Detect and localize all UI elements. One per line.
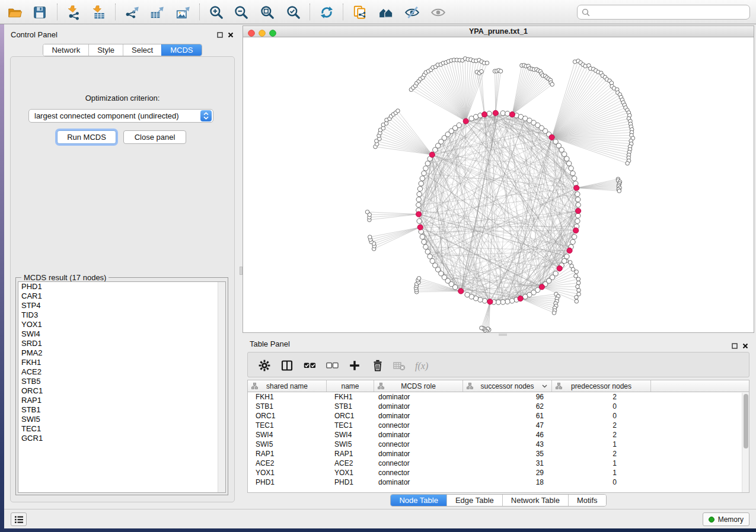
cell-predecessor-nodes: 0 <box>552 478 651 486</box>
dominator-node[interactable] <box>573 227 579 233</box>
select-all-rows-icon[interactable] <box>301 357 318 374</box>
mcds-result-item[interactable]: STB1 <box>18 405 225 415</box>
zoom-out-icon[interactable] <box>231 2 251 23</box>
close-panel-icon[interactable] <box>228 30 234 40</box>
float-panel-icon[interactable] <box>732 341 738 351</box>
table-row[interactable]: TEC1TEC1connector472 <box>248 421 749 430</box>
dominator-node[interactable] <box>576 208 581 213</box>
dominator-node[interactable] <box>487 299 493 305</box>
mcds-result-item[interactable]: TID3 <box>18 310 225 320</box>
import-network-icon[interactable] <box>64 2 84 23</box>
zoom-fit-icon[interactable] <box>257 2 277 23</box>
mcds-result-item[interactable]: PHD1 <box>18 282 225 291</box>
tab-motifs[interactable]: Motifs <box>568 495 606 506</box>
mcds-result-item[interactable]: TEC1 <box>18 424 225 434</box>
show-panels-button[interactable] <box>11 512 27 526</box>
new-network-from-selection-icon[interactable] <box>350 2 370 23</box>
show-columns-icon[interactable] <box>279 357 295 374</box>
export-table-icon[interactable] <box>147 2 167 23</box>
mcds-result-list[interactable]: PHD1CAR1STP4TID3YOX1SWI4SRD1PMA2FKH1ACE2… <box>18 281 226 493</box>
add-column-icon[interactable] <box>346 357 363 374</box>
tab-select[interactable]: Select <box>123 44 161 56</box>
dominator-node[interactable] <box>539 284 544 290</box>
table-row[interactable]: RAP1RAP1dominator352 <box>248 449 749 459</box>
cell-MCDS-role: dominator <box>374 431 463 439</box>
table-row[interactable]: YOX1YOX1connector291 <box>248 468 749 477</box>
table-row[interactable]: PHD1PHD1dominator180 <box>248 477 749 487</box>
mcds-result-title: MCDS result (17 nodes) <box>21 273 109 282</box>
mcds-result-item[interactable]: STB5 <box>18 377 225 386</box>
mcds-result-item[interactable]: SWI4 <box>18 329 225 339</box>
dominator-node[interactable] <box>416 211 422 217</box>
mcds-result-item[interactable]: GCR1 <box>18 434 225 443</box>
column-header-shared-name[interactable]: shared name <box>248 380 327 392</box>
mcds-result-item[interactable]: ACE2 <box>18 367 225 377</box>
cell-shared-name: PHD1 <box>248 478 327 486</box>
tab-edge-table[interactable]: Edge Table <box>446 495 502 506</box>
column-settings-gear-icon[interactable] <box>256 357 273 374</box>
zoom-in-icon[interactable] <box>206 2 227 23</box>
column-header-successor-nodes[interactable]: successor nodes <box>463 380 552 392</box>
mcds-result-item[interactable]: ORC1 <box>18 386 225 396</box>
table-row[interactable]: ORC1ORC1dominator610 <box>248 411 749 421</box>
search-input[interactable] <box>593 8 749 17</box>
cell-shared-name: STB1 <box>248 402 327 411</box>
mcds-result-item[interactable]: PMA2 <box>18 348 225 358</box>
criterion-select[interactable]: largest connected component (undirected) <box>28 109 213 123</box>
table-row[interactable]: STB1STB1dominator620 <box>248 402 749 411</box>
mcds-result-item[interactable]: YOX1 <box>18 320 225 329</box>
mcds-result-item[interactable]: SWI5 <box>18 415 225 424</box>
tab-network-table[interactable]: Network Table <box>502 495 568 506</box>
first-neighbors-icon[interactable] <box>376 2 396 23</box>
dominator-node[interactable] <box>509 112 515 117</box>
dominator-node[interactable] <box>417 225 423 230</box>
close-panel-button[interactable]: Close panel <box>123 130 186 144</box>
mcds-result-item[interactable]: CAR1 <box>18 291 225 301</box>
table-row[interactable]: SWI4SWI4dominator462 <box>248 430 749 440</box>
table-row[interactable]: ACE2ACE2connector311 <box>248 459 749 468</box>
dominator-node[interactable] <box>463 118 468 124</box>
table-row[interactable]: FKH1FKH1dominator962 <box>248 392 749 402</box>
mcds-result-item[interactable]: STP4 <box>18 301 225 310</box>
column-header-predecessor-nodes[interactable]: predecessor nodes <box>552 380 651 392</box>
dominator-node[interactable] <box>557 265 562 271</box>
network-canvas[interactable] <box>243 38 754 332</box>
dominator-node[interactable] <box>518 296 523 301</box>
tab-node-table[interactable]: Node Table <box>391 495 446 506</box>
mcds-result-item[interactable]: FKH1 <box>18 358 225 367</box>
delete-column-icon[interactable] <box>369 357 386 374</box>
hide-selected-icon[interactable] <box>402 2 422 23</box>
network-window-titlebar[interactable]: YPA_prune.txt_1 <box>243 26 754 37</box>
deselect-all-rows-icon[interactable] <box>324 357 340 374</box>
dominator-node[interactable] <box>567 248 572 253</box>
save-session-icon[interactable] <box>30 2 50 23</box>
export-network-icon[interactable] <box>122 2 142 23</box>
apply-layout-icon[interactable] <box>317 2 337 23</box>
run-mcds-button[interactable]: Run MCDS <box>57 130 116 144</box>
column-header-MCDS-role[interactable]: MCDS role <box>374 380 463 392</box>
table-row[interactable]: SWI5SWI5connector431 <box>248 440 749 449</box>
export-image-icon[interactable] <box>173 2 193 23</box>
mcds-list-scrollbar[interactable] <box>218 282 225 492</box>
zoom-selected-icon[interactable] <box>283 2 304 23</box>
float-panel-icon[interactable] <box>217 30 223 40</box>
dominator-node[interactable] <box>482 112 487 117</box>
cell-successor-nodes: 47 <box>463 421 552 430</box>
import-table-icon[interactable] <box>89 2 109 23</box>
tab-mcds[interactable]: MCDS <box>161 44 201 56</box>
memory-button[interactable]: Memory <box>703 512 749 526</box>
open-file-icon[interactable] <box>5 2 25 23</box>
dominator-node[interactable] <box>429 152 435 158</box>
column-header-name[interactable]: name <box>327 380 374 392</box>
close-panel-icon[interactable] <box>742 341 748 351</box>
table-scrollbar[interactable] <box>742 393 749 492</box>
dominator-node[interactable] <box>574 185 579 191</box>
tab-style[interactable]: Style <box>88 44 123 56</box>
table-scrollbar-thumb[interactable] <box>744 394 748 448</box>
mcds-result-item[interactable]: RAP1 <box>18 396 225 405</box>
tab-network[interactable]: Network <box>43 44 88 56</box>
dominator-node[interactable] <box>458 289 464 294</box>
mcds-result-item[interactable]: SRD1 <box>18 339 225 348</box>
dominator-node[interactable] <box>549 134 554 140</box>
dominator-node[interactable] <box>493 110 498 116</box>
